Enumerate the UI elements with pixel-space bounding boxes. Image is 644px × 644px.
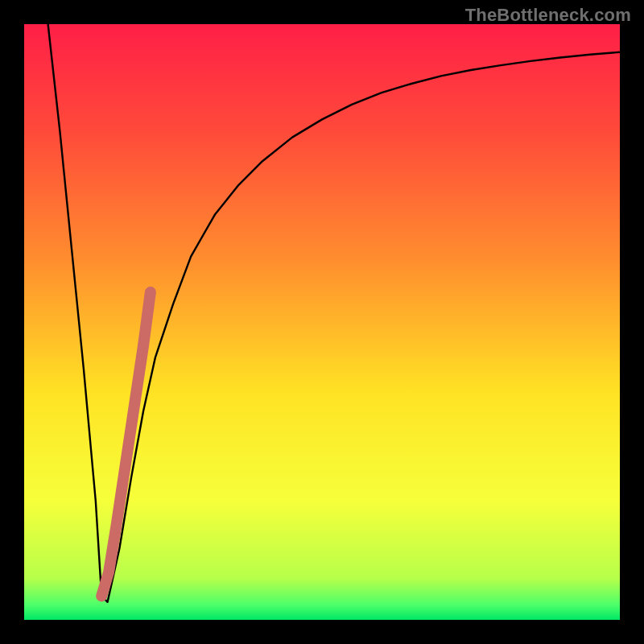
chart-stage: TheBottleneck.com (0, 0, 644, 644)
watermark-text: TheBottleneck.com (465, 5, 631, 26)
chart-svg (0, 0, 644, 644)
